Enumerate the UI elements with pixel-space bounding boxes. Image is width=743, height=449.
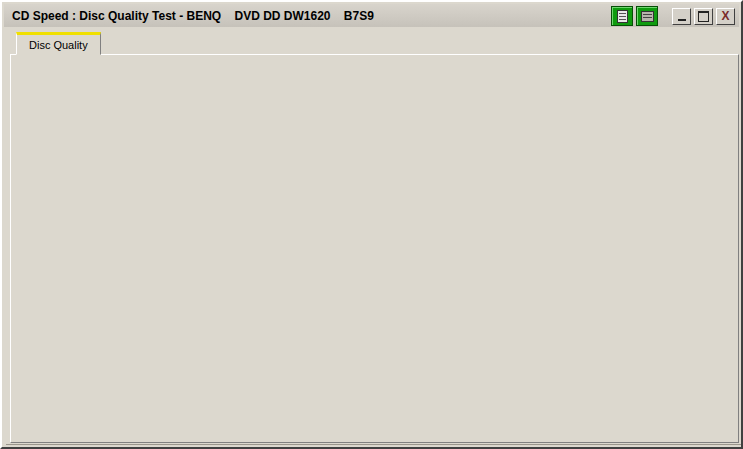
drive-icon[interactable]: [636, 6, 658, 26]
log-icon[interactable]: [611, 6, 633, 26]
window-title: CD Speed : Disc Quality Test - BENQ DVD …: [4, 9, 374, 23]
minimize-button[interactable]: [672, 8, 691, 25]
title-bar[interactable]: CD Speed : Disc Quality Test - BENQ DVD …: [4, 4, 739, 27]
maximize-button[interactable]: [694, 8, 713, 25]
status-bar: [6, 444, 741, 449]
tab-disc-quality[interactable]: Disc Quality: [16, 32, 101, 55]
close-button[interactable]: X: [716, 8, 735, 25]
app-window: CD Speed : Disc Quality Test - BENQ DVD …: [0, 0, 743, 449]
tab-page: [10, 54, 739, 443]
